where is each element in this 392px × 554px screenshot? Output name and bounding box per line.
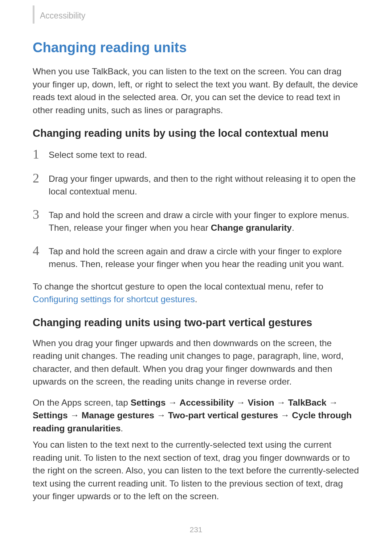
section1-title: Changing reading units by using the loca…: [33, 127, 359, 139]
step-text-part: .: [292, 223, 294, 233]
reference-link[interactable]: Configuring settings for shortcut gestur…: [33, 294, 195, 304]
ui-term: Change granularity: [211, 223, 292, 233]
path-item: TalkBack: [288, 398, 327, 407]
path-arrow: →: [154, 410, 168, 420]
page-number: 231: [0, 525, 392, 534]
path-arrow: →: [68, 410, 82, 420]
step-text: Tap and hold the screen again and draw a…: [49, 244, 359, 271]
path-item: Settings: [33, 410, 68, 420]
path-dot: .: [121, 423, 123, 433]
path-arrow: →: [166, 398, 179, 407]
step-text-part: Tap and hold the screen and draw a circl…: [49, 210, 349, 233]
path-item: Accessibility: [179, 398, 234, 407]
page-title: Changing reading units: [33, 40, 359, 56]
intro-text: When you use TalkBack, you can listen to…: [33, 65, 359, 116]
step-text: Tap and hold the screen and draw a circl…: [49, 208, 359, 234]
header-divider: [33, 5, 34, 24]
path-arrow: →: [278, 410, 292, 420]
step-4: 4 Tap and hold the screen again and draw…: [33, 244, 359, 271]
path-item: Two-part vertical gestures: [168, 410, 278, 420]
step-1: 1 Select some text to read.: [33, 147, 359, 162]
path-arrow: →: [274, 398, 288, 407]
step-number: 1: [33, 147, 49, 162]
reference-prefix: To change the shortcut gesture to open t…: [33, 282, 323, 291]
step-number: 2: [33, 171, 49, 186]
path-arrow: →: [234, 398, 248, 407]
step-number: 3: [33, 208, 49, 222]
page-content: Changing reading units When you use Talk…: [33, 40, 359, 511]
reference-suffix: .: [195, 294, 197, 304]
step-text: Select some text to read.: [49, 147, 147, 161]
step-2: 2 Drag your finger upwards, and then to …: [33, 171, 359, 198]
reference-text: To change the shortcut gesture to open t…: [33, 280, 359, 306]
section2-title: Changing reading units using two-part ve…: [33, 317, 359, 329]
navigation-path: On the Apps screen, tap Settings → Acces…: [33, 396, 359, 435]
step-3: 3 Tap and hold the screen and draw a cir…: [33, 208, 359, 234]
path-item: Manage gestures: [82, 410, 154, 420]
step-number: 4: [33, 244, 49, 258]
path-item: Settings: [131, 398, 166, 407]
section2-p1: When you drag your finger upwards and th…: [33, 337, 359, 388]
breadcrumb: Accessibility: [40, 11, 85, 21]
path-prefix: On the Apps screen, tap: [33, 398, 131, 407]
path-arrow: →: [326, 398, 338, 407]
path-item: Vision: [248, 398, 274, 407]
section2-p3: You can listen to the text next to the c…: [33, 438, 359, 503]
step-text: Drag your finger upwards, and then to th…: [49, 171, 359, 198]
